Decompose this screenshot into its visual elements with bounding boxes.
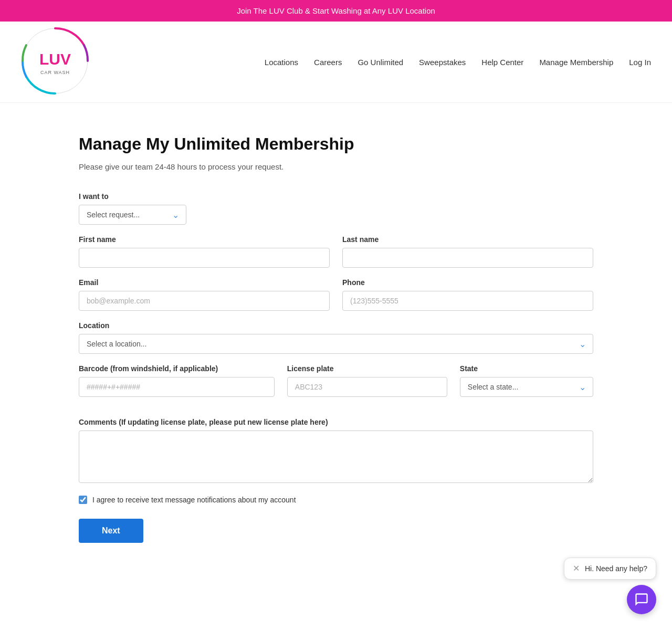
close-icon[interactable]: ✕ bbox=[573, 564, 580, 573]
svg-text:LUV: LUV bbox=[39, 50, 71, 68]
chat-bubble: ✕ Hi. Need any help? bbox=[564, 558, 656, 580]
license-plate-input[interactable] bbox=[287, 377, 447, 397]
phone-label: Phone bbox=[342, 278, 593, 287]
i-want-to-label: I want to bbox=[79, 192, 593, 201]
main-nav: Locations Careers Go Unlimited Sweepstak… bbox=[265, 58, 651, 67]
chat-message: Hi. Need any help? bbox=[585, 564, 647, 573]
nav-log-in[interactable]: Log In bbox=[629, 58, 651, 67]
state-label: State bbox=[460, 364, 593, 373]
barcode-label: Barcode (from windshield, if applicable) bbox=[79, 364, 275, 373]
page-title: Manage My Unlimited Membership bbox=[79, 134, 593, 154]
comments-textarea[interactable] bbox=[79, 430, 593, 483]
i-want-to-wrapper: Select request... Cancel Membership Upda… bbox=[79, 205, 186, 225]
nav-manage-membership[interactable]: Manage Membership bbox=[539, 58, 613, 67]
nav-help-center[interactable]: Help Center bbox=[481, 58, 523, 67]
location-wrapper: Select a location... ⌄ bbox=[79, 334, 593, 354]
location-select[interactable]: Select a location... bbox=[79, 334, 593, 354]
nav-careers[interactable]: Careers bbox=[314, 58, 342, 67]
state-field: State Select a state... AL AK AZ AR CA ⌄ bbox=[460, 364, 593, 397]
logo[interactable]: LUV CAR WASH bbox=[21, 27, 89, 97]
comments-field: Comments (If updating license plate, ple… bbox=[79, 418, 593, 485]
i-want-to-field: I want to Select request... Cancel Membe… bbox=[79, 192, 593, 225]
phone-input[interactable] bbox=[342, 291, 593, 311]
email-field: Email bbox=[79, 278, 330, 311]
checkbox-row: I agree to receive text message notifica… bbox=[79, 496, 593, 504]
svg-text:CAR WASH: CAR WASH bbox=[40, 70, 70, 75]
location-label: Location bbox=[79, 321, 593, 330]
nav-go-unlimited[interactable]: Go Unlimited bbox=[358, 58, 403, 67]
last-name-input[interactable] bbox=[342, 248, 593, 268]
nav-locations[interactable]: Locations bbox=[265, 58, 298, 67]
vehicle-info-row: Barcode (from windshield, if applicable)… bbox=[79, 364, 593, 407]
contact-row: Email Phone bbox=[79, 278, 593, 311]
manage-membership-form: I want to Select request... Cancel Membe… bbox=[79, 192, 593, 543]
state-select[interactable]: Select a state... AL AK AZ AR CA bbox=[460, 377, 593, 397]
phone-field: Phone bbox=[342, 278, 593, 311]
banner-text: Join The LUV Club & Start Washing at Any… bbox=[237, 6, 435, 15]
top-banner: Join The LUV Club & Start Washing at Any… bbox=[0, 0, 672, 22]
next-button[interactable]: Next bbox=[79, 519, 143, 543]
i-want-to-select[interactable]: Select request... Cancel Membership Upda… bbox=[79, 205, 186, 225]
barcode-input[interactable] bbox=[79, 377, 275, 397]
email-input[interactable] bbox=[79, 291, 330, 311]
first-name-label: First name bbox=[79, 235, 330, 244]
email-label: Email bbox=[79, 278, 330, 287]
first-name-field: First name bbox=[79, 235, 330, 268]
main-content: Manage My Unlimited Membership Please gi… bbox=[58, 103, 614, 585]
barcode-field: Barcode (from windshield, if applicable) bbox=[79, 364, 275, 397]
comments-label: Comments (If updating license plate, ple… bbox=[79, 418, 593, 426]
sms-consent-checkbox[interactable] bbox=[79, 496, 87, 504]
state-wrapper: Select a state... AL AK AZ AR CA ⌄ bbox=[460, 377, 593, 397]
license-plate-label: License plate bbox=[287, 364, 447, 373]
header: LUV CAR WASH Locations Careers Go Unlimi… bbox=[0, 22, 672, 103]
last-name-field: Last name bbox=[342, 235, 593, 268]
name-row: First name Last name bbox=[79, 235, 593, 268]
chat-widget: ✕ Hi. Need any help? bbox=[564, 558, 656, 585]
first-name-input[interactable] bbox=[79, 248, 330, 268]
page-subtitle: Please give our team 24-48 hours to proc… bbox=[79, 162, 593, 171]
location-field: Location Select a location... ⌄ bbox=[79, 321, 593, 354]
sms-consent-label: I agree to receive text message notifica… bbox=[92, 496, 296, 504]
nav-sweepstakes[interactable]: Sweepstakes bbox=[419, 58, 466, 67]
last-name-label: Last name bbox=[342, 235, 593, 244]
license-plate-field: License plate bbox=[287, 364, 447, 397]
